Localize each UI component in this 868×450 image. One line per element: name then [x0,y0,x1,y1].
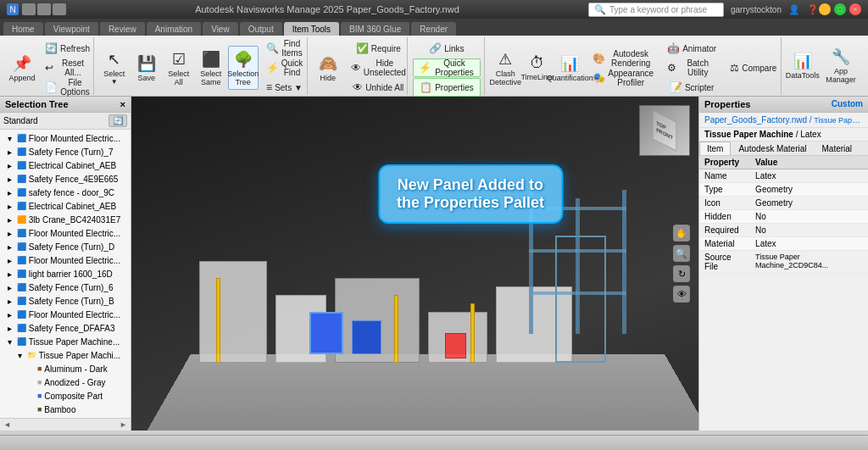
properties-icon: 📋 [420,81,432,93]
look-tool[interactable]: 👁 [673,286,690,303]
select-all-button[interactable]: ☑ Select All [164,46,194,90]
ribbon-group-tools: ⚠ Clash Detective ⏱ TimeLiner 📊 Quantifi… [487,37,781,95]
animator-button[interactable]: 🤖 Animator [661,39,722,58]
table-row[interactable]: Icon Geometry [699,197,868,210]
expand-icon: ▸ [3,254,15,266]
table-row[interactable]: Source File Tissue Paper Machine_2CD9C84… [699,251,868,274]
list-item[interactable]: ▸🟦 Floor Mounted Electric... [0,308,131,321]
select-all-icon: ☑ [172,50,186,69]
nav-cube[interactable]: TOPFRONT [639,105,690,156]
list-item[interactable]: ▸🟦 Safety Fence (Turn)_6 [0,281,131,294]
tab-viewpoint[interactable]: Viewpoint [45,22,98,36]
quick-find-button[interactable]: ⚡ Quick Find [260,58,309,77]
selection-tree-button[interactable]: 🌳 Selection Tree [228,46,259,90]
tree-close-button[interactable]: × [120,99,125,109]
properties-header: Properties Custom [699,97,868,113]
maximize-button[interactable]: □ [834,3,846,15]
refresh-button[interactable]: 🔄 Refresh [39,39,96,58]
table-row[interactable]: Required No [699,224,868,237]
tab-review[interactable]: Review [100,22,145,36]
require-button[interactable]: ✅ Require [345,39,412,58]
list-item[interactable]: ▸🟦 Safety Fence_DFAFA3 [0,321,131,335]
list-item[interactable]: ▸🟦 Safety Fence (Turn)_B [0,294,131,308]
pan-tool[interactable]: ✋ [673,225,690,242]
tab-view[interactable]: View [203,22,238,36]
list-item[interactable]: ▸🟦 light barrier 1600_16D [0,267,131,281]
toolbar-redo[interactable] [53,3,66,15]
scripter-button[interactable]: 📝 Scripter [661,78,722,97]
toolbar-undo[interactable] [37,3,51,15]
autodesk-rendering-button[interactable]: 🎨 Autodesk Rendering [587,49,659,68]
prop-tab-autodesk-material[interactable]: Autodesk Material [731,142,814,155]
table-row[interactable]: Name Latex [699,169,868,183]
tree-refresh-button[interactable]: 🔄 [108,114,127,127]
search-bar[interactable]: 🔍 Type a keyword or phrase [588,3,724,17]
list-item[interactable]: ▸🟧 3lb Crane_BC424031E7 [0,213,131,226]
timeliner-icon: ⏱ [530,54,545,72]
title-text: Autodesk Navisworks Manage 2025 Paper_Go… [66,4,588,14]
tab-animation[interactable]: Animation [147,22,201,36]
list-item[interactable]: ▾🟦 Tissue Paper Machine... [0,335,131,348]
hide-unselected-button[interactable]: 👁 Hide Unselected [345,58,412,77]
links-button[interactable]: 🔗 Links [413,39,481,58]
list-item[interactable]: ■ Anodized - Gray [0,375,131,389]
save-button[interactable]: 💾 Save [131,46,162,90]
quick-properties-button[interactable]: ⚡ Quick Properties [413,58,481,77]
select-same-button[interactable]: ⬛ Select Same [196,46,226,90]
sets-button[interactable]: ≡ Sets ▼ [260,78,309,97]
search-icon: 🔍 [594,4,606,15]
list-item[interactable]: ■ Composite Part [0,389,131,403]
expand-icon: ▸ [3,308,15,320]
unhide-all-button[interactable]: 👁 Unhide All [345,78,412,97]
appearance-profiler-button[interactable]: 🎭 Appearance Profiler [587,69,659,87]
toolbar-quick-access[interactable] [22,3,36,15]
list-item[interactable]: ▸🟦 Electrical Cabinet_AEB [0,158,131,172]
quantification-button[interactable]: 📊 Quantification [554,46,585,90]
list-item[interactable]: ▾📁 Tissue Paper Machi... [0,348,131,362]
table-row[interactable]: Type Geometry [699,183,868,197]
list-item[interactable]: ▸🟦 Electrical Cabinet_AEB [0,199,131,213]
select-button[interactable]: ↖ Select ▼ [99,46,130,90]
table-row[interactable]: Hidden No [699,210,868,224]
list-item[interactable]: ▸🟦 Floor Mounted Electric... [0,253,131,267]
minimize-button[interactable]: − [819,3,831,15]
list-item[interactable]: ■ Bamboo [0,403,131,416]
timeliner-button[interactable]: ⏱ TimeLiner [522,46,553,90]
close-button[interactable]: × [849,3,861,15]
batch-utility-button[interactable]: ⚙ Batch Utility [661,58,722,77]
list-item[interactable]: ▸🟦 Safety Fence (Turn)_7 [0,145,131,158]
list-item[interactable]: ▸🟦 Safety Fence_4E9E665 [0,172,131,186]
datatools-button[interactable]: 📊 DataTools [787,43,819,87]
tab-home[interactable]: Home [3,22,43,36]
properties-button[interactable]: 📋 Properties [413,78,481,97]
viewport[interactable]: New Panel Added to the Properties Pallet… [131,97,698,431]
tab-render[interactable]: Render [411,22,456,36]
title-bar: N Autodesk Navisworks Manage 2025 Paper_… [0,0,868,19]
custom-label[interactable]: Custom [832,99,863,109]
list-item[interactable]: ▸🟦 safety fence - door_9C [0,186,131,199]
tooltip-bubble: New Panel Added to the Properties Pallet [378,164,563,224]
hide-button[interactable]: 🙈 Hide [313,46,343,90]
zoom-tool[interactable]: 🔍 [673,245,690,262]
list-item[interactable]: ■ Aluminum - Dark [0,362,131,375]
expand-icon: ▾ [14,349,25,361]
prop-tab-item[interactable]: Item [699,142,731,155]
quick-find-icon: ⚡ [266,62,279,74]
app-manager-button[interactable]: 🔧 App Manager [821,43,861,87]
list-item[interactable]: ▸🟦 Floor Mounted Electric... [0,226,131,240]
tree-scrollbar[interactable]: ◄ ► [0,418,131,431]
prop-tab-material[interactable]: Material [815,142,860,155]
compare-button[interactable]: ⚖ Compare [724,58,782,77]
table-row[interactable]: Material Latex [699,237,868,251]
find-items-button[interactable]: 🔍 Find Items [260,39,309,58]
append-button[interactable]: 📌 Append [7,46,37,90]
tab-output[interactable]: Output [240,22,282,36]
file-options-button[interactable]: 📄 File Options [39,78,96,97]
clash-detective-button[interactable]: ⚠ Clash Detective [490,46,520,90]
tab-item-tools[interactable]: Item Tools [284,22,339,36]
orbit-tool[interactable]: ↻ [673,265,690,282]
list-item[interactable]: ▾🟦 Floor Mounted Electric... [0,131,131,145]
tab-bim360[interactable]: BIM 360 Glue [341,22,409,36]
list-item[interactable]: ▸🟦 Safety Fence (Turn)_D [0,240,131,253]
reset-all-button[interactable]: ↩ Reset All... [39,58,96,77]
